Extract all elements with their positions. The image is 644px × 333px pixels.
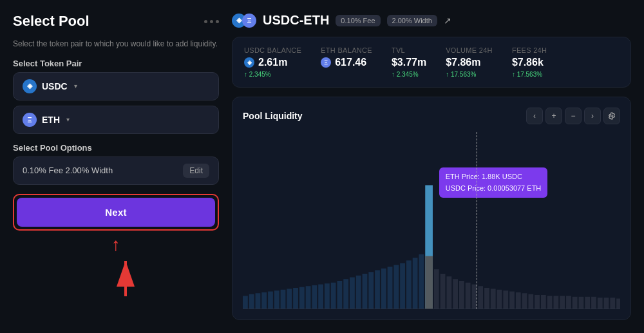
svg-rect-50 <box>541 295 546 309</box>
edit-pool-options-button[interactable]: Edit <box>183 164 209 178</box>
eth-balance-value: Ξ 617.46 <box>321 57 372 68</box>
svg-rect-36 <box>453 279 458 309</box>
svg-rect-13 <box>306 286 311 309</box>
usdc-label: USDC <box>42 81 68 91</box>
svg-rect-4 <box>249 294 254 309</box>
svg-rect-43 <box>497 290 502 309</box>
svg-rect-60 <box>604 298 609 309</box>
usdc-chevron-icon: ▾ <box>74 82 77 90</box>
width-badge: 2.00% Width <box>387 15 437 26</box>
svg-rect-29 <box>406 260 412 309</box>
svg-rect-20 <box>350 278 355 310</box>
left-panel: Select Pool Select the token pair to whi… <box>13 13 219 320</box>
stat-eth-balance: ETH Balance Ξ 617.46 <box>321 46 372 68</box>
svg-rect-49 <box>535 295 540 309</box>
pool-options-section: Select Pool Options 0.10% Fee 2.00% Widt… <box>13 143 219 185</box>
svg-rect-3 <box>243 296 248 309</box>
settings-icon <box>608 112 616 120</box>
svg-rect-53 <box>560 296 565 309</box>
dots-menu[interactable] <box>204 20 219 23</box>
svg-rect-17 <box>331 283 336 309</box>
chart-settings-button[interactable] <box>603 108 620 124</box>
svg-rect-34 <box>440 274 446 309</box>
svg-rect-5 <box>256 293 261 309</box>
svg-rect-28 <box>400 263 405 310</box>
svg-rect-61 <box>610 298 615 309</box>
svg-rect-31 <box>419 254 424 309</box>
svg-rect-56 <box>579 297 584 309</box>
tvl-change: 2.345% <box>392 71 426 78</box>
chart-next-button[interactable]: › <box>584 108 601 124</box>
svg-rect-7 <box>268 292 273 310</box>
svg-rect-8 <box>274 290 279 309</box>
chart-prev-button[interactable]: ‹ <box>526 108 543 124</box>
svg-rect-6 <box>261 292 267 309</box>
chart-controls: ‹ + − › <box>526 108 620 124</box>
svg-rect-45 <box>509 292 515 310</box>
svg-rect-9 <box>281 290 286 309</box>
token-pair-section: Select Token Pair ◈ USDC ▾ Ξ ETH ▾ <box>13 59 219 134</box>
svg-rect-22 <box>363 274 368 309</box>
svg-rect-14 <box>312 285 317 309</box>
pool-options-text: 0.10% Fee 2.00% Width <box>23 166 113 175</box>
stat-tvl: TVL $3.77m 2.345% <box>392 46 426 78</box>
eth-token-selector[interactable]: Ξ ETH ▾ <box>13 106 219 134</box>
svg-rect-18 <box>337 281 343 309</box>
volume-change: 17.563% <box>446 71 493 78</box>
page-title-row: Select Pool <box>13 13 219 30</box>
header-eth-icon: Ξ <box>242 14 256 28</box>
pair-name: USDC-ETH <box>263 13 329 28</box>
eth-chevron-icon: ▾ <box>66 116 70 123</box>
tvl-label: TVL <box>392 46 426 54</box>
tvl-value: $3.77m <box>392 57 426 68</box>
eth-balance-label: ETH Balance <box>321 46 372 54</box>
stat-eth-icon: Ξ <box>321 57 331 68</box>
usdc-token-selector[interactable]: ◈ USDC ▾ <box>13 72 219 100</box>
svg-rect-33 <box>434 269 439 309</box>
svg-rect-27 <box>393 265 399 309</box>
page-subtitle: Select the token pair to which you would… <box>13 39 219 50</box>
stat-usdc-icon: ◈ <box>244 57 254 68</box>
svg-rect-10 <box>287 289 292 309</box>
right-panel: ◈ Ξ USDC-ETH 0.10% Fee 2.00% Width ↗ USD… <box>232 13 631 320</box>
liquidity-chart <box>243 132 620 309</box>
svg-rect-12 <box>299 287 305 309</box>
stat-fees: Fees 24h $7.86k 17.563% <box>512 46 547 78</box>
fees-label: Fees 24h <box>512 46 547 54</box>
usdc-balance-label: USDC Balance <box>244 46 301 54</box>
svg-rect-37 <box>459 281 464 309</box>
svg-rect-57 <box>585 297 590 309</box>
pair-icons: ◈ Ξ <box>232 14 256 28</box>
svg-rect-40 <box>478 286 483 309</box>
chart-zoom-out-button[interactable]: − <box>565 108 582 124</box>
svg-rect-62 <box>616 299 620 310</box>
next-button[interactable]: Next <box>17 198 215 227</box>
svg-rect-55 <box>573 297 578 309</box>
svg-rect-63 <box>425 256 433 310</box>
svg-rect-16 <box>325 283 330 309</box>
svg-rect-23 <box>368 272 374 309</box>
svg-rect-35 <box>446 276 451 309</box>
chart-zoom-in-button[interactable]: + <box>545 108 562 124</box>
dot-3 <box>216 20 219 23</box>
chart-header: Pool Liquidity ‹ + − › <box>243 108 620 124</box>
next-button-wrapper: Next <box>13 194 219 231</box>
svg-rect-26 <box>388 267 393 309</box>
eth-label: ETH <box>42 115 60 125</box>
svg-rect-11 <box>293 288 298 309</box>
usdc-icon: ◈ <box>23 79 37 93</box>
svg-rect-42 <box>491 289 496 309</box>
svg-rect-41 <box>484 288 489 309</box>
chart-container: Pool Liquidity ‹ + − › <box>232 97 631 320</box>
svg-rect-21 <box>356 276 361 309</box>
dot-2 <box>210 20 213 23</box>
svg-rect-30 <box>413 258 418 309</box>
svg-rect-52 <box>553 296 558 309</box>
external-link-icon[interactable]: ↗ <box>444 15 451 26</box>
fees-value: $7.86k <box>512 57 547 68</box>
usdc-balance-value: ◈ 2.61m <box>244 57 301 68</box>
svg-rect-39 <box>472 285 477 310</box>
svg-rect-48 <box>528 294 533 309</box>
token-pair-label: Select Token Pair <box>13 59 219 68</box>
stat-usdc-balance: USDC Balance ◈ 2.61m 2.345% <box>244 46 301 78</box>
